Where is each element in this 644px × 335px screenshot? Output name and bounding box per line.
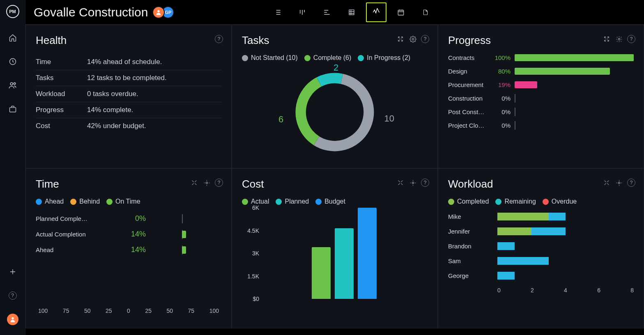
health-label: Time <box>36 58 87 66</box>
gear-icon[interactable] <box>409 35 417 43</box>
help-icon[interactable]: ? <box>421 179 429 187</box>
axis-tick: $0 <box>242 296 259 302</box>
nav-add[interactable] <box>5 264 21 280</box>
gear-icon[interactable] <box>615 179 623 187</box>
progress-bar <box>515 122 634 129</box>
view-dashboard[interactable] <box>366 2 386 22</box>
view-files[interactable] <box>415 2 436 22</box>
axis-tick: 25 <box>145 307 152 314</box>
card-workload: Workload ? Completed Remaining Overdue M… <box>438 168 644 328</box>
help-icon[interactable]: ? <box>215 35 223 43</box>
legend-behind[interactable]: Behind <box>70 198 100 205</box>
donut-label-notstarted: 10 <box>384 113 394 124</box>
nav-user-avatar[interactable] <box>5 311 21 328</box>
app-logo[interactable]: PM <box>6 5 19 18</box>
svg-point-5 <box>158 10 160 12</box>
progress-label: Post Const… <box>448 108 489 115</box>
health-row: Time 14% ahead of schedule. <box>36 54 221 70</box>
dot-icon <box>304 55 310 61</box>
card-cost: Cost ? Actual Planned Budget 6K4.5K3K1.5… <box>232 168 438 328</box>
expand-icon[interactable] <box>396 179 405 187</box>
member-avatars[interactable]: GP <box>155 6 174 18</box>
nav-recent[interactable] <box>5 53 21 70</box>
help-icon[interactable]: ? <box>627 179 635 187</box>
health-value: 0 tasks overdue. <box>87 90 138 98</box>
svg-point-14 <box>412 182 414 184</box>
progress-label: Construction <box>448 95 489 102</box>
project-title: Govalle Construction <box>34 5 148 19</box>
help-icon[interactable]: ? <box>627 35 635 43</box>
axis-tick: 6K <box>242 204 259 211</box>
card-tasks: Tasks ? Not Started (10) Complete (6) In… <box>232 25 438 168</box>
legend-ahead[interactable]: Ahead <box>36 198 64 205</box>
legend-planned[interactable]: Planned <box>276 198 309 205</box>
dot-icon <box>106 199 113 205</box>
legend-in-progress[interactable]: In Progress (2) <box>358 54 410 62</box>
time-label: Actual Completion <box>36 231 114 238</box>
axis-tick: 2 <box>531 287 534 294</box>
card-health: Health ? Time 14% ahead of schedule. Tas… <box>25 25 232 168</box>
seg-remaining <box>497 272 515 280</box>
legend-budget[interactable]: Budget <box>315 198 345 205</box>
dot-icon <box>315 199 322 205</box>
progress-label: Procurement <box>448 81 489 88</box>
svg-rect-6 <box>349 10 354 15</box>
view-gantt[interactable] <box>317 2 337 22</box>
time-label: Ahead <box>36 246 114 253</box>
gear-icon[interactable] <box>615 35 623 43</box>
legend-complete[interactable]: Complete (6) <box>304 54 351 62</box>
axis-tick: 4.5K <box>242 227 259 234</box>
progress-row: Design 80% <box>448 68 634 75</box>
bar-planned <box>335 228 354 299</box>
expand-icon[interactable] <box>603 179 611 187</box>
expand-icon[interactable] <box>190 179 198 187</box>
view-list[interactable] <box>267 2 288 22</box>
progress-row: Post Const… 0% <box>448 108 634 115</box>
nav-home[interactable] <box>5 30 21 46</box>
progress-pct: 100% <box>489 54 511 61</box>
expand-icon[interactable] <box>396 35 405 43</box>
help-icon[interactable]: ? <box>421 35 429 43</box>
legend-ontime[interactable]: On Time <box>106 198 140 205</box>
bar-actual <box>312 247 331 299</box>
top-bar: Govalle Construction GP <box>25 0 644 25</box>
avatar-1[interactable] <box>152 6 165 18</box>
card-progress: Progress ? Contracts 100% Design 80% Pro… <box>438 25 644 168</box>
legend-overdue[interactable]: Overdue <box>543 198 577 205</box>
svg-point-13 <box>206 182 207 184</box>
axis-tick: 0 <box>127 307 130 314</box>
progress-pct: 80% <box>489 68 511 75</box>
nav-people[interactable] <box>5 77 21 94</box>
dot-icon <box>276 199 282 205</box>
view-calendar[interactable] <box>391 2 411 22</box>
axis-tick: 50 <box>84 307 91 314</box>
legend-remaining[interactable]: Remaining <box>495 198 536 205</box>
dot-icon <box>36 199 42 205</box>
legend-completed[interactable]: Completed <box>448 198 489 205</box>
view-switcher <box>267 2 436 22</box>
bar-budget <box>358 208 377 299</box>
view-sheet[interactable] <box>341 2 362 22</box>
svg-rect-7 <box>398 10 404 15</box>
svg-point-8 <box>412 38 414 40</box>
axis-tick: 8 <box>630 287 634 294</box>
seg-remaining <box>497 257 549 265</box>
health-row: Progress 14% complete. <box>36 102 221 118</box>
gear-icon[interactable] <box>409 179 417 187</box>
health-label: Workload <box>36 90 87 98</box>
nav-portfolio[interactable] <box>5 101 21 117</box>
help-icon[interactable]: ? <box>215 179 223 187</box>
progress-pct: 0% <box>489 108 511 115</box>
donut-label-inprogress: 2 <box>334 62 338 73</box>
nav-help[interactable]: ? <box>5 287 21 304</box>
view-board[interactable] <box>292 2 313 22</box>
legend-not-started[interactable]: Not Started (10) <box>242 54 298 62</box>
health-value: 12 tasks to be completed. <box>87 74 167 82</box>
svg-point-1 <box>10 83 13 85</box>
seg-remaining <box>549 213 566 220</box>
axis-tick: 100 <box>209 307 219 314</box>
workload-name: George <box>448 272 497 279</box>
gear-icon[interactable] <box>202 179 211 187</box>
progress-bar <box>515 108 634 115</box>
expand-icon[interactable] <box>603 35 611 43</box>
